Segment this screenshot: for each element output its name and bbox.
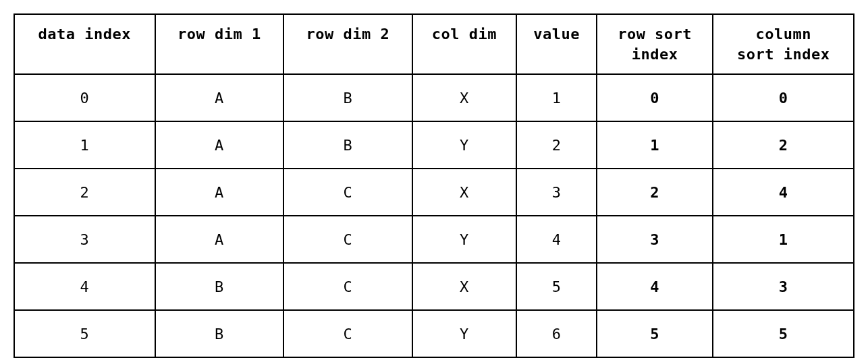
cell-row-dim-1: B — [155, 263, 284, 310]
table-row: 5 B C Y 6 5 5 — [14, 310, 854, 357]
header-row-sort-index: row sortindex — [597, 14, 713, 74]
cell-row-dim-1: A — [155, 74, 284, 121]
cell-value: 6 — [516, 310, 597, 357]
table-row: 2 A C X 3 2 4 — [14, 169, 854, 216]
cell-value: 4 — [516, 216, 597, 263]
table-row: 0 A B X 1 0 0 — [14, 74, 854, 121]
cell-col-dim: Y — [412, 121, 517, 169]
cell-value: 2 — [516, 121, 597, 169]
cell-col-dim: X — [412, 74, 517, 121]
table-row: 1 A B Y 2 1 2 — [14, 121, 854, 169]
cell-data-index: 2 — [14, 169, 155, 216]
data-table: data index row dim 1 row dim 2 col dim v… — [13, 13, 855, 358]
cell-col-dim: X — [412, 169, 517, 216]
cell-data-index: 3 — [14, 216, 155, 263]
header-row-dim-1: row dim 1 — [155, 14, 284, 74]
cell-row-dim-2: C — [283, 263, 412, 310]
cell-row-dim-1: A — [155, 216, 284, 263]
cell-row-sort-index: 4 — [597, 263, 713, 310]
cell-row-sort-index: 3 — [597, 216, 713, 263]
cell-column-sort-index: 4 — [713, 169, 854, 216]
cell-row-sort-index: 0 — [597, 74, 713, 121]
header-value: value — [516, 14, 597, 74]
header-row-dim-2: row dim 2 — [283, 14, 412, 74]
cell-column-sort-index: 5 — [713, 310, 854, 357]
table-row: 3 A C Y 4 3 1 — [14, 216, 854, 263]
cell-column-sort-index: 1 — [713, 216, 854, 263]
cell-row-dim-1: A — [155, 121, 284, 169]
cell-value: 1 — [516, 74, 597, 121]
cell-row-dim-1: A — [155, 169, 284, 216]
cell-value: 3 — [516, 169, 597, 216]
cell-data-index: 5 — [14, 310, 155, 357]
cell-row-dim-2: B — [283, 74, 412, 121]
cell-col-dim: X — [412, 263, 517, 310]
cell-column-sort-index: 3 — [713, 263, 854, 310]
cell-value: 5 — [516, 263, 597, 310]
cell-row-sort-index: 5 — [597, 310, 713, 357]
cell-data-index: 4 — [14, 263, 155, 310]
cell-data-index: 1 — [14, 121, 155, 169]
cell-row-dim-2: B — [283, 121, 412, 169]
cell-column-sort-index: 0 — [713, 74, 854, 121]
cell-row-dim-2: C — [283, 169, 412, 216]
header-col-dim: col dim — [412, 14, 517, 74]
cell-row-dim-2: C — [283, 216, 412, 263]
cell-row-dim-2: C — [283, 310, 412, 357]
cell-row-sort-index: 2 — [597, 169, 713, 216]
cell-row-dim-1: B — [155, 310, 284, 357]
header-data-index: data index — [14, 14, 155, 74]
cell-row-sort-index: 1 — [597, 121, 713, 169]
cell-col-dim: Y — [412, 216, 517, 263]
header-column-sort-index: columnsort index — [713, 14, 854, 74]
cell-data-index: 0 — [14, 74, 155, 121]
cell-column-sort-index: 2 — [713, 121, 854, 169]
table-row: 4 B C X 5 4 3 — [14, 263, 854, 310]
header-row: data index row dim 1 row dim 2 col dim v… — [14, 14, 854, 74]
cell-col-dim: Y — [412, 310, 517, 357]
